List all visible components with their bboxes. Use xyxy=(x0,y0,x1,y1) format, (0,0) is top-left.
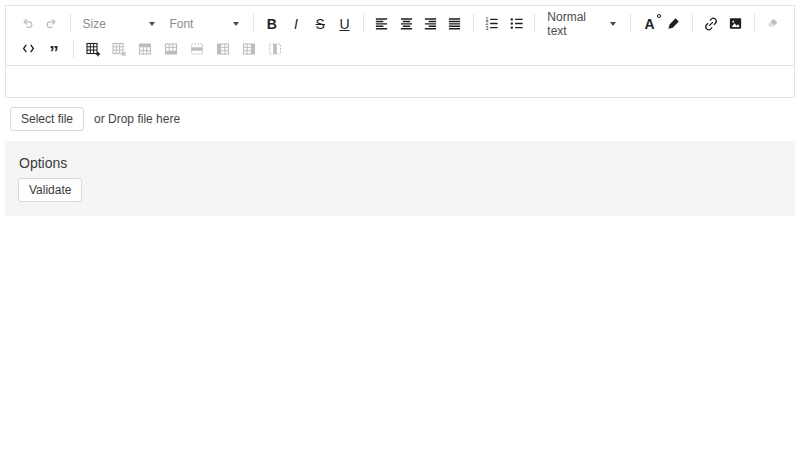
underline-button[interactable]: U xyxy=(332,13,356,34)
italic-button[interactable]: I xyxy=(284,13,308,34)
toolbar-divider xyxy=(473,14,474,33)
paragraph-style-dropdown[interactable]: Normal text xyxy=(541,13,624,34)
align-left-icon xyxy=(374,16,389,31)
toolbar-divider xyxy=(534,14,535,33)
align-right-icon xyxy=(423,16,438,31)
delete-row-icon xyxy=(189,41,205,57)
insert-column-left-icon xyxy=(215,41,231,57)
delete-table-icon xyxy=(111,41,127,57)
insert-column-right-icon xyxy=(241,41,257,57)
delete-column-icon xyxy=(267,41,283,57)
chevron-down-icon xyxy=(149,22,155,26)
eraser-icon xyxy=(765,16,780,31)
code-icon xyxy=(21,41,36,56)
image-button[interactable] xyxy=(723,13,747,34)
highlight-pen-icon xyxy=(666,16,681,31)
code-button[interactable] xyxy=(15,38,41,59)
insert-table-button[interactable] xyxy=(80,38,106,59)
paragraph-style-label: Normal text xyxy=(547,10,604,38)
ordered-list-icon: 1 2 3 xyxy=(484,16,499,31)
rich-text-editor: Size Font B I S U xyxy=(5,5,795,98)
undo-button[interactable] xyxy=(15,13,39,34)
svg-text:3: 3 xyxy=(486,25,489,31)
insert-table-icon xyxy=(85,41,101,57)
bullet-list-icon xyxy=(509,16,524,31)
insert-row-above-button[interactable] xyxy=(132,38,158,59)
link-icon xyxy=(703,16,719,32)
align-center-button[interactable] xyxy=(394,13,418,34)
ordered-list-button[interactable]: 1 2 3 xyxy=(480,13,504,34)
redo-button[interactable] xyxy=(39,13,63,34)
delete-column-button[interactable] xyxy=(262,38,288,59)
toolbar-divider xyxy=(73,39,74,58)
toolbar-divider xyxy=(70,14,71,33)
chevron-down-icon xyxy=(610,22,616,26)
align-right-button[interactable] xyxy=(418,13,442,34)
toolbar-divider xyxy=(253,14,254,33)
editor-toolbar: Size Font B I S U xyxy=(6,6,794,66)
options-panel: Options Validate xyxy=(5,141,795,216)
align-left-button[interactable] xyxy=(370,13,394,34)
image-icon xyxy=(728,16,743,31)
size-dropdown-label: Size xyxy=(83,17,106,31)
blockquote-button[interactable]: ” xyxy=(41,38,67,59)
redo-icon xyxy=(44,16,59,31)
insert-row-above-icon xyxy=(137,41,153,57)
toolbar-divider xyxy=(754,14,755,33)
options-title: Options xyxy=(19,155,783,171)
bold-button[interactable]: B xyxy=(260,13,284,34)
size-dropdown[interactable]: Size xyxy=(77,13,164,34)
highlight-pen-button[interactable] xyxy=(662,13,686,34)
insert-column-right-button[interactable] xyxy=(236,38,262,59)
drop-file-hint: or Drop file here xyxy=(94,112,180,126)
insert-row-below-icon xyxy=(163,41,179,57)
validate-button[interactable]: Validate xyxy=(18,178,82,202)
insert-row-below-button[interactable] xyxy=(158,38,184,59)
align-center-icon xyxy=(399,16,414,31)
strikethrough-button[interactable]: S xyxy=(308,13,332,34)
chevron-down-icon xyxy=(233,22,239,26)
toolbar-row-2: ” xyxy=(15,37,785,60)
file-upload-row: Select file or Drop file here xyxy=(10,107,795,131)
delete-row-button[interactable] xyxy=(184,38,210,59)
toolbar-divider xyxy=(630,14,631,33)
font-dropdown[interactable]: Font xyxy=(163,13,246,34)
align-justify-button[interactable] xyxy=(443,13,467,34)
delete-table-button[interactable] xyxy=(106,38,132,59)
eraser-button[interactable] xyxy=(761,13,785,34)
undo-icon xyxy=(20,16,35,31)
toolbar-divider xyxy=(363,14,364,33)
toolbar-row-1: Size Font B I S U xyxy=(15,12,785,35)
editor-content[interactable] xyxy=(6,66,794,97)
font-dropdown-label: Font xyxy=(169,17,193,31)
bullet-list-button[interactable] xyxy=(504,13,528,34)
toolbar-divider xyxy=(692,14,693,33)
text-color-icon: A xyxy=(645,17,655,31)
align-justify-icon xyxy=(447,16,462,31)
insert-column-left-button[interactable] xyxy=(210,38,236,59)
link-button[interactable] xyxy=(699,13,723,34)
select-file-button[interactable]: Select file xyxy=(10,107,84,131)
text-color-button[interactable]: A xyxy=(637,13,661,34)
